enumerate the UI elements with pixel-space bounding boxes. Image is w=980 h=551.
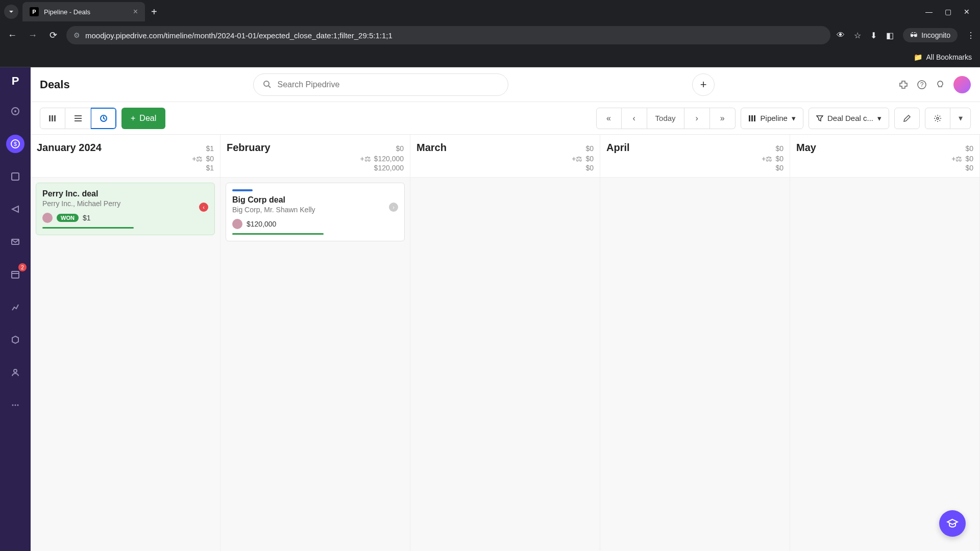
month-bottom-amount: $120,000 (374, 164, 404, 172)
deal-subtitle: Perry Inc., Michael Perry (42, 199, 208, 208)
sidebar-item-deals[interactable]: $ (6, 135, 24, 153)
nav-first-button[interactable]: « (596, 108, 622, 129)
url-text: moodjoy.pipedrive.com/timeline/month/202… (85, 31, 393, 40)
topbar: Deals + ? (31, 67, 980, 102)
main-content: Deals + ? + Deal (31, 67, 980, 551)
app-root: P $ 2 D (0, 67, 980, 551)
browser-chrome: P Pipeline - Deals × + — ▢ ✕ ← → ⟳ ⚙ moo… (0, 0, 980, 67)
incognito-badge[interactable]: 🕶 Incognito (903, 28, 958, 42)
view-forecast-button[interactable] (91, 108, 116, 129)
sidebar-item-contacts[interactable] (6, 363, 24, 382)
month-name: March (416, 142, 447, 154)
month-weighted: $120,000 (374, 155, 404, 163)
svg-rect-14 (49, 115, 51, 121)
download-icon[interactable]: ⬇ (870, 31, 877, 40)
svg-text:$: $ (14, 141, 17, 147)
sidebar-item-focus[interactable] (6, 102, 24, 120)
edit-button[interactable] (894, 108, 920, 129)
deal-status-overdue-icon[interactable]: ‹ (199, 203, 208, 212)
columns-icon (748, 114, 756, 122)
sidebar-item-activities[interactable]: 2 (6, 265, 24, 284)
puzzle-icon[interactable] (898, 80, 909, 90)
sidebar-item-more[interactable] (6, 396, 24, 414)
month-weighted: $0 (965, 155, 973, 163)
address-bar: ← → ⟳ ⚙ moodjoy.pipedrive.com/timeline/m… (0, 23, 980, 47)
back-button[interactable]: ← (5, 30, 19, 41)
svg-rect-21 (749, 115, 750, 121)
deal-status-next-icon[interactable]: › (389, 203, 398, 212)
svg-rect-6 (12, 271, 19, 278)
close-window-icon[interactable]: ✕ (964, 8, 970, 16)
star-icon[interactable]: ☆ (854, 31, 861, 40)
toolbar: + Deal « ‹ Today › » Pipeline ▾ Deal Dea… (31, 102, 980, 135)
search-input[interactable] (277, 80, 499, 89)
view-switch-group (40, 108, 116, 129)
view-pipeline-button[interactable] (40, 108, 65, 129)
maximize-icon[interactable]: ▢ (945, 8, 951, 16)
folder-icon: 📁 (914, 53, 922, 61)
bulb-icon[interactable] (935, 80, 945, 90)
tab-search-button[interactable] (4, 5, 18, 19)
filter-dropdown[interactable]: Deal Deal c... ▾ (808, 108, 889, 129)
month-column-april: April $0 +⚖$0 $0 (600, 135, 790, 551)
plus-scale-icon: +⚖ (951, 155, 962, 163)
month-column-may: May $0 +⚖$0 $0 (790, 135, 980, 551)
site-settings-icon[interactable]: ⚙ (74, 31, 80, 39)
browser-menu-icon[interactable]: ⋮ (967, 31, 975, 40)
help-icon[interactable]: ? (917, 80, 927, 90)
sidebar: P $ 2 (0, 67, 31, 551)
settings-group: ▾ (925, 108, 971, 129)
add-deal-label: Deal (139, 114, 156, 123)
plus-scale-icon: +⚖ (360, 155, 371, 163)
all-bookmarks-button[interactable]: All Bookmarks (926, 53, 972, 61)
sidebar-item-campaigns[interactable] (6, 200, 24, 218)
search-icon (263, 80, 272, 89)
month-top-amount: $0 (396, 144, 404, 153)
quick-add-button[interactable]: + (692, 73, 715, 96)
add-deal-button[interactable]: + Deal (121, 108, 165, 129)
user-avatar[interactable] (953, 76, 971, 93)
deal-card-perry[interactable]: Perry Inc. deal Perry Inc., Michael Perr… (36, 183, 215, 235)
month-header: February $0 +⚖$120,000 $120,000 (220, 135, 410, 178)
forward-button[interactable]: → (26, 30, 40, 41)
plus-scale-icon: +⚖ (762, 155, 772, 163)
url-container[interactable]: ⚙ moodjoy.pipedrive.com/timeline/month/2… (66, 26, 830, 44)
deal-won-badge: WON (57, 214, 79, 222)
svg-point-11 (264, 81, 269, 86)
minimize-icon[interactable]: — (925, 8, 933, 16)
eye-off-icon[interactable]: 👁 (837, 31, 845, 40)
month-name: May (796, 142, 816, 154)
deal-card-bigcorp[interactable]: Big Corp deal Big Corp, Mr. Shawn Kelly … (226, 183, 405, 241)
month-header: April $0 +⚖$0 $0 (600, 135, 790, 178)
tab-title: Pipeline - Deals (44, 8, 128, 16)
help-fab-button[interactable] (939, 510, 966, 537)
nav-today-button[interactable]: Today (647, 108, 684, 129)
view-list-button[interactable] (65, 108, 91, 129)
pipeline-dropdown[interactable]: Pipeline ▾ (741, 108, 803, 129)
sidebar-item-mail[interactable] (6, 233, 24, 251)
month-bottom-amount: $0 (585, 164, 594, 172)
sidebar-item-products[interactable] (6, 331, 24, 349)
settings-dropdown-button[interactable]: ▾ (950, 108, 971, 129)
reload-button[interactable]: ⟳ (46, 30, 60, 41)
panel-icon[interactable]: ◧ (886, 31, 894, 40)
graduation-cap-icon (946, 517, 959, 530)
nav-last-button[interactable]: » (710, 108, 736, 129)
new-tab-button[interactable]: + (151, 6, 157, 18)
window-controls: — ▢ ✕ (925, 8, 976, 16)
month-top-amount: $0 (965, 144, 973, 153)
browser-tab[interactable]: P Pipeline - Deals × (22, 2, 145, 21)
month-header: March $0 +⚖$0 $0 (410, 135, 600, 178)
nav-prev-button[interactable]: ‹ (622, 108, 647, 129)
app-logo-icon[interactable]: P (12, 74, 19, 88)
plus-scale-icon: +⚖ (192, 155, 203, 163)
bookmarks-bar: 📁 All Bookmarks (0, 47, 980, 67)
deal-amount: $120,000 (247, 220, 276, 228)
search-box[interactable] (253, 73, 508, 96)
tab-close-icon[interactable]: × (133, 7, 138, 16)
settings-button[interactable] (925, 108, 950, 129)
month-column-march: March $0 +⚖$0 $0 (410, 135, 600, 551)
nav-next-button[interactable]: › (684, 108, 710, 129)
sidebar-item-projects[interactable] (6, 167, 24, 186)
sidebar-item-insights[interactable] (6, 298, 24, 316)
